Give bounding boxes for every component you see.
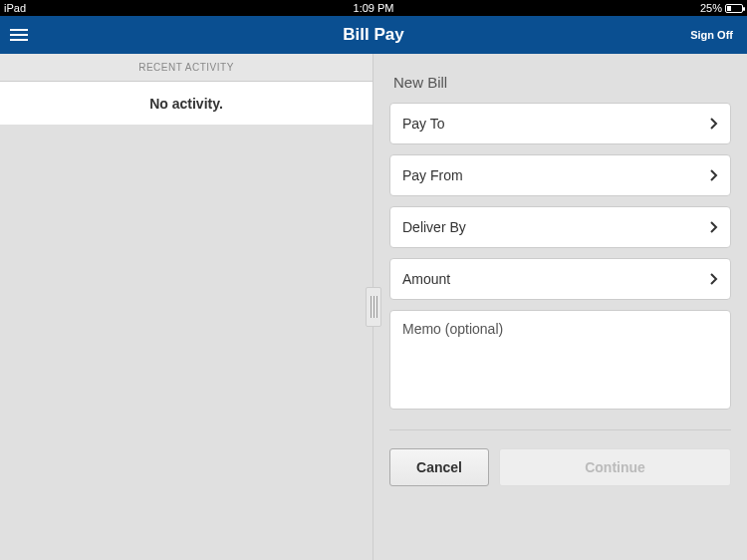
content-area: RECENT ACTIVITY No activity. New Bill Pa… <box>0 54 747 560</box>
menu-button[interactable] <box>0 16 38 54</box>
amount-row[interactable]: Amount <box>389 258 731 300</box>
chevron-right-icon <box>710 169 718 181</box>
new-bill-panel: New Bill Pay To Pay From Deliver By Amou… <box>374 54 747 560</box>
memo-input[interactable]: Memo (optional) <box>389 310 731 410</box>
chevron-right-icon <box>710 273 718 285</box>
pay-from-label: Pay From <box>402 167 463 183</box>
deliver-by-row[interactable]: Deliver By <box>389 206 731 248</box>
form-title: New Bill <box>389 54 731 103</box>
pay-to-row[interactable]: Pay To <box>389 103 731 144</box>
pay-to-label: Pay To <box>402 116 445 132</box>
sign-off-button[interactable]: Sign Off <box>684 25 739 45</box>
chevron-right-icon <box>710 118 718 130</box>
button-row: Cancel Continue <box>389 448 731 486</box>
device-label: iPad <box>4 2 26 14</box>
recent-activity-header: RECENT ACTIVITY <box>0 54 373 82</box>
empty-activity-row: No activity. <box>0 82 373 126</box>
recent-activity-panel: RECENT ACTIVITY No activity. <box>0 54 374 560</box>
page-title: Bill Pay <box>0 25 747 45</box>
divider <box>389 429 731 430</box>
battery-status: 25% <box>700 2 743 14</box>
nav-bar: Bill Pay Sign Off <box>0 16 747 54</box>
deliver-by-label: Deliver By <box>402 219 466 235</box>
amount-label: Amount <box>402 271 450 287</box>
clock: 1:09 PM <box>4 2 743 14</box>
status-bar: iPad 1:09 PM 25% <box>0 0 747 16</box>
battery-icon <box>725 4 743 13</box>
panel-resize-handle[interactable] <box>366 287 381 327</box>
cancel-button[interactable]: Cancel <box>389 448 489 486</box>
chevron-right-icon <box>710 221 718 233</box>
pay-from-row[interactable]: Pay From <box>389 154 731 196</box>
hamburger-icon <box>10 34 28 36</box>
battery-percent: 25% <box>700 2 722 14</box>
continue-button: Continue <box>499 448 731 486</box>
